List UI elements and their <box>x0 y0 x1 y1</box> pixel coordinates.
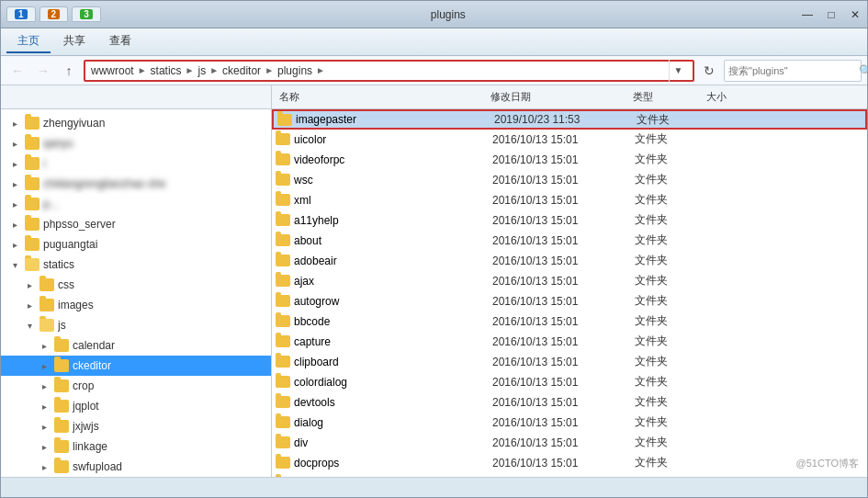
file-date-bbcode: 2016/10/13 15:01 <box>492 315 635 328</box>
address-segment-statics: statics <box>151 64 182 77</box>
sidebar-item-p[interactable]: ▸p... <box>1 194 271 214</box>
file-row-clipboard[interactable]: clipboard2016/10/13 15:01文件夹 <box>272 352 867 372</box>
expand-icon-ckeditor[interactable]: ▸ <box>38 359 51 372</box>
file-date-xml: 2016/10/13 15:01 <box>492 194 635 207</box>
file-date-uicolor: 2016/10/13 15:01 <box>492 133 635 146</box>
sidebar-item-linkage[interactable]: ▸linkage <box>1 436 271 457</box>
col-header-size[interactable]: 大小 <box>699 90 754 104</box>
file-row-imagepaster[interactable]: imagepaster2019/10/23 11:53文件夹 <box>272 109 867 130</box>
tab-view[interactable]: 查看 <box>98 30 142 53</box>
file-row-videoforpc[interactable]: videoforpc2016/10/13 15:01文件夹 <box>272 150 867 170</box>
folder-icon-devtools <box>276 396 290 408</box>
expand-icon-puguangtai[interactable]: ▸ <box>8 238 21 251</box>
expand-icon-swfupload[interactable]: ▸ <box>38 460 51 473</box>
folder-icon-videoforpc <box>276 153 290 165</box>
sidebar-item-ckeditor[interactable]: ▸ckeditor <box>1 356 271 376</box>
file-date-about: 2016/10/13 15:01 <box>492 234 635 247</box>
file-row-colordialog[interactable]: colordialog2016/10/13 15:01文件夹 <box>272 372 867 392</box>
file-row-devtools[interactable]: devtools2016/10/13 15:01文件夹 <box>272 392 867 413</box>
sidebar-item-user3[interactable]: ▸i <box>1 153 271 174</box>
expand-icon-jqplot[interactable]: ▸ <box>38 400 51 413</box>
tab-2[interactable]: 2 <box>39 6 69 22</box>
address-box[interactable]: wwwroot ► statics ► js ► ckeditor ► plug… <box>84 60 694 82</box>
sidebar-item-swfupload[interactable]: ▸swfupload <box>1 457 271 477</box>
file-date-dialog: 2016/10/13 15:01 <box>492 416 635 429</box>
file-type-wsc: 文件夹 <box>635 172 708 187</box>
file-row-about[interactable]: about2016/10/13 15:01文件夹 <box>272 231 867 251</box>
tree-label-css: css <box>58 278 74 291</box>
sidebar-item-jqplot[interactable]: ▸jqplot <box>1 396 271 416</box>
file-type-div: 文件夹 <box>635 435 708 450</box>
tree-label-puguangtai: puguangtai <box>43 238 97 251</box>
refresh-button[interactable]: ↻ <box>698 60 720 82</box>
expand-icon-calendar[interactable]: ▸ <box>38 339 51 352</box>
expand-icon-js[interactable]: ▾ <box>23 319 36 332</box>
tab-share[interactable]: 共享 <box>52 30 96 53</box>
col-header-type[interactable]: 类型 <box>626 90 699 104</box>
minimize-button[interactable]: — <box>795 6 819 24</box>
file-row-uicolor[interactable]: uicolor2016/10/13 15:01文件夹 <box>272 130 867 150</box>
expand-icon-statics[interactable]: ▾ <box>8 258 21 271</box>
expand-icon-user4[interactable]: ▸ <box>8 177 21 190</box>
forward-button[interactable]: → <box>32 60 54 82</box>
sidebar-item-user2[interactable]: ▸qanyu <box>1 133 271 153</box>
file-row-bbcode[interactable]: bbcode2016/10/13 15:01文件夹 <box>272 311 867 332</box>
file-row-wsc[interactable]: wsc2016/10/13 15:01文件夹 <box>272 170 867 190</box>
address-bar-area: ← → ↑ wwwroot ► statics ► js ► ckeditor … <box>1 56 867 85</box>
sidebar-item-phpsso_server[interactable]: ▸phpsso_server <box>1 214 271 234</box>
file-row-a11yhelp[interactable]: a11yhelp2016/10/13 15:01文件夹 <box>272 210 867 231</box>
expand-icon-crop[interactable]: ▸ <box>38 379 51 392</box>
file-type-xml: 文件夹 <box>635 192 708 208</box>
folder-icon-swfupload <box>54 460 69 473</box>
file-icon-dialog <box>272 416 290 428</box>
expand-icon-zhengyiyuan[interactable]: ▸ <box>8 117 21 130</box>
close-button[interactable]: ✕ <box>843 6 867 24</box>
expand-icon-phpsso_server[interactable]: ▸ <box>8 218 21 231</box>
sidebar-item-statics[interactable]: ▾statics <box>1 255 271 275</box>
file-row-ajax[interactable]: ajax2016/10/13 15:01文件夹 <box>272 271 867 291</box>
file-type-autogrow: 文件夹 <box>635 293 708 309</box>
expand-icon-linkage[interactable]: ▸ <box>38 440 51 453</box>
sidebar-item-puguangtai[interactable]: ▸puguangtai <box>1 234 271 255</box>
file-name-docprops: docprops <box>290 457 492 470</box>
file-row-capture[interactable]: capture2016/10/13 15:01文件夹 <box>272 332 867 352</box>
search-box[interactable]: 🔍 <box>724 60 862 82</box>
expand-icon-css[interactable]: ▸ <box>23 278 36 291</box>
folder-icon-about <box>276 234 290 246</box>
file-date-clipboard: 2016/10/13 15:01 <box>492 356 635 368</box>
search-input[interactable] <box>725 65 859 76</box>
tab-home[interactable]: 主页 <box>6 30 51 53</box>
tab-3[interactable]: 3 <box>72 6 101 22</box>
maximize-button[interactable]: □ <box>819 6 843 24</box>
file-row-docprops[interactable]: docprops2016/10/13 15:01文件夹 <box>272 453 867 473</box>
expand-icon-user3[interactable]: ▸ <box>8 157 21 170</box>
sidebar-item-calendar[interactable]: ▸calendar <box>1 335 271 356</box>
sidebar-item-crop[interactable]: ▸crop <box>1 376 271 396</box>
col-header-name[interactable]: 名称 <box>272 90 483 104</box>
address-dropdown[interactable]: ▼ <box>669 60 687 82</box>
file-row-div[interactable]: div2016/10/13 15:01文件夹 <box>272 433 867 453</box>
explorer-window: 1 2 3 plugins — □ ✕ 主页 共享 查看 ← → ↑ <box>0 0 868 498</box>
tree-label-crop: crop <box>73 379 94 392</box>
file-row-adobeair[interactable]: adobeair2016/10/13 15:01文件夹 <box>272 251 867 271</box>
file-row-xml[interactable]: xml2016/10/13 15:01文件夹 <box>272 190 867 210</box>
arrow-5: ► <box>316 65 325 75</box>
file-row-dialog[interactable]: dialog2016/10/13 15:01文件夹 <box>272 413 867 433</box>
sidebar-item-jxjwjs[interactable]: ▸jxjwjs <box>1 416 271 436</box>
sidebar-item-images[interactable]: ▸images <box>1 295 271 315</box>
sidebar-item-js[interactable]: ▾js <box>1 315 271 335</box>
col-header-date[interactable]: 修改日期 <box>483 90 626 104</box>
expand-icon-user2[interactable]: ▸ <box>8 137 21 150</box>
file-row-autogrow[interactable]: autogrow2016/10/13 15:01文件夹 <box>272 291 867 311</box>
expand-icon-images[interactable]: ▸ <box>23 299 36 311</box>
expand-icon-p[interactable]: ▸ <box>8 198 21 210</box>
sidebar-item-zhengyiyuan[interactable]: ▸zhengyivuan <box>1 113 271 133</box>
up-button[interactable]: ↑ <box>58 60 80 82</box>
expand-icon-jxjwjs[interactable]: ▸ <box>38 420 51 433</box>
sidebar-item-css[interactable]: ▸css <box>1 275 271 295</box>
file-icon-docprops <box>272 457 290 469</box>
search-icon[interactable]: 🔍 <box>859 61 868 81</box>
sidebar-item-user4[interactable]: ▸chidangrenglianzhao she <box>1 174 271 194</box>
tab-1[interactable]: 1 <box>6 6 36 22</box>
back-button[interactable]: ← <box>6 60 28 82</box>
